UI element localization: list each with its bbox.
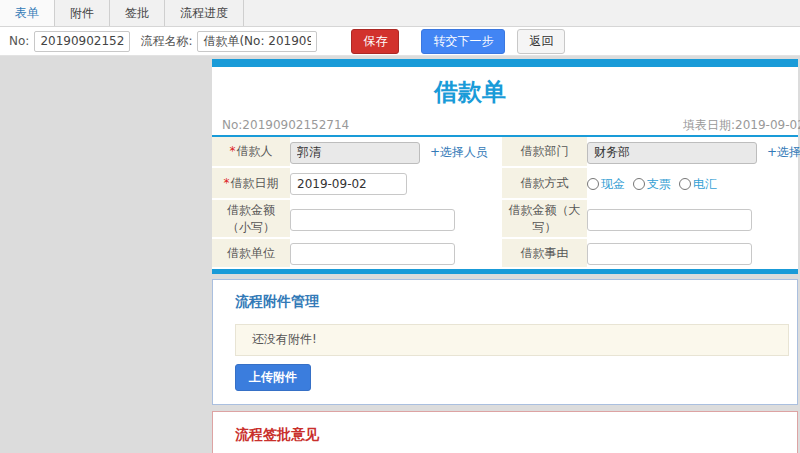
borrower-input[interactable]: [290, 142, 420, 164]
select-person-link[interactable]: +选择人员: [430, 144, 488, 161]
loan-date-label: *借款日期: [212, 168, 290, 200]
process-name-input[interactable]: [197, 31, 317, 52]
top-tab-bar: 表单 附件 签批 流程进度: [0, 0, 800, 27]
method-check-radio[interactable]: [633, 178, 645, 190]
department-label: 借款部门: [502, 137, 587, 168]
tab-form[interactable]: 表单: [0, 0, 55, 26]
action-toolbar: No: 流程名称: 保存 转交下一步 返回: [0, 27, 800, 56]
approval-panel: 流程签批意见 B I abc ✎: [212, 411, 798, 453]
no-attachments-message: 还没有附件!: [235, 324, 789, 356]
loan-method-label: 借款方式: [502, 168, 587, 200]
forward-next-step-button[interactable]: 转交下一步: [421, 29, 505, 54]
method-wire-radio[interactable]: [679, 178, 691, 190]
back-button[interactable]: 返回: [517, 29, 565, 54]
tab-attachment[interactable]: 附件: [55, 0, 110, 26]
doc-number: No:20190902152714: [222, 118, 349, 132]
loan-reason-input[interactable]: [587, 243, 752, 265]
no-input[interactable]: [34, 31, 130, 52]
method-check-option[interactable]: 支票: [633, 176, 671, 193]
borrower-cell: +选择人员: [290, 137, 502, 168]
loan-reason-cell: [587, 239, 800, 269]
fill-date: 填表日期:2019-09-02 15:27:1: [683, 115, 800, 135]
amount-small-cell: [290, 200, 502, 239]
tab-process-progress[interactable]: 流程进度: [165, 0, 244, 26]
approval-title: 流程签批意见: [235, 426, 789, 444]
loan-unit-cell: [290, 239, 502, 269]
form-title: 借款单: [212, 67, 798, 115]
attachments-panel: 流程附件管理 还没有附件! 上传附件: [212, 279, 798, 405]
form-grid: *借款人 +选择人员 借款部门 +选择部门 *借款日期 借款方式 现金: [212, 137, 798, 269]
borrower-label: *借款人: [212, 137, 290, 168]
upload-attachment-button[interactable]: 上传附件: [235, 364, 311, 391]
amount-small-input[interactable]: [290, 209, 455, 231]
amount-small-label: 借款金额（小写）: [212, 200, 290, 239]
department-cell: +选择部门: [587, 137, 800, 168]
loan-reason-label: 借款事由: [502, 239, 587, 269]
required-marker: *: [230, 144, 236, 158]
doc-meta-row: No:20190902152714 填表日期:2019-09-02 15:27:…: [212, 115, 798, 137]
select-department-link[interactable]: +选择部门: [767, 144, 800, 161]
amount-big-input[interactable]: [587, 209, 752, 231]
save-button[interactable]: 保存: [351, 29, 399, 54]
loan-date-cell: [290, 168, 502, 200]
amount-big-label: 借款金额（大写）: [502, 200, 587, 239]
no-label: No:: [9, 34, 29, 48]
loan-unit-label: 借款单位: [212, 239, 290, 269]
method-cash-option[interactable]: 现金: [587, 176, 625, 193]
document-container: 借款单 No:20190902152714 填表日期:2019-09-02 15…: [212, 59, 798, 453]
loan-method-cell: 现金 支票 电汇: [587, 168, 800, 200]
loan-unit-input[interactable]: [290, 243, 455, 265]
method-wire-option[interactable]: 电汇: [679, 176, 717, 193]
attachments-title: 流程附件管理: [235, 293, 789, 311]
required-marker: *: [224, 176, 230, 190]
department-input[interactable]: [587, 142, 757, 164]
loan-form-panel: 借款单 No:20190902152714 填表日期:2019-09-02 15…: [212, 59, 798, 274]
process-name-label: 流程名称:: [140, 33, 192, 50]
loan-date-input[interactable]: [290, 173, 407, 195]
method-cash-radio[interactable]: [587, 178, 599, 190]
amount-big-cell: [587, 200, 800, 239]
tab-approval[interactable]: 签批: [110, 0, 165, 26]
